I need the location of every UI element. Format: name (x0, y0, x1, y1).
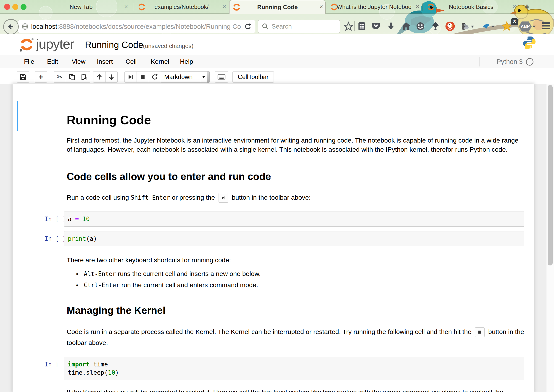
save-icon (20, 74, 27, 80)
cut-cell-button[interactable]: ✂ (54, 71, 66, 83)
tab-new-tab[interactable]: New Tab × (32, 0, 130, 14)
tab-separator (422, 3, 423, 11)
save-button[interactable] (17, 71, 29, 83)
blue-extension-button[interactable] (481, 21, 492, 32)
window-minimize-button[interactable] (12, 4, 18, 10)
move-cell-down-button[interactable] (105, 71, 118, 83)
paste-cell-button[interactable] (78, 71, 90, 83)
tab-running-code-active[interactable]: Running Code × (229, 0, 326, 14)
feedback-smiley-button[interactable] (415, 21, 426, 32)
globe-icon (21, 22, 29, 31)
inline-run-button-image (219, 193, 228, 203)
kernel-indicator: Python 3 (497, 57, 533, 66)
kernel-divider (479, 57, 480, 66)
code-cell-1[interactable]: In [ ]: a = 10 (13, 211, 534, 228)
celltoolbar-button[interactable]: CellToolbar (232, 71, 274, 83)
menu-edit[interactable]: Edit (47, 58, 58, 65)
menu-help[interactable]: Help (180, 58, 193, 65)
home-button[interactable] (401, 21, 411, 32)
browser-chrome: New Tab × examples/Notebook/ × Running C… (0, 0, 554, 34)
restart-kernel-button[interactable] (149, 71, 161, 83)
window-zoom-button[interactable] (21, 4, 27, 10)
bookmarks-menu-button[interactable] (356, 21, 367, 32)
scrollbar-track[interactable] (546, 84, 554, 392)
command-palette-button[interactable] (215, 71, 228, 83)
star-extension-button[interactable] (501, 21, 512, 32)
dropdown-caret-icon[interactable] (492, 26, 495, 28)
markdown-cell-selected[interactable]: Running Code (17, 101, 528, 131)
url-bar[interactable]: localhost:8888/notebooks/docs/source/exa… (18, 20, 255, 33)
celltoolbar-label: CellToolbar (238, 74, 269, 81)
tab-what-is-jupyter[interactable]: What is the Jupyter Notebook × (327, 0, 422, 14)
jupyter-menubar: File Edit View Insert Cell Kernel Help P… (0, 55, 554, 69)
window-close-button[interactable] (4, 4, 10, 10)
code-token-number: 10 (108, 369, 115, 376)
code-input-area[interactable]: print(a) (64, 231, 524, 246)
fly-extension-button[interactable] (459, 21, 470, 32)
reload-button[interactable] (241, 22, 255, 31)
move-cell-up-button[interactable] (93, 71, 105, 83)
dropdown-caret-icon[interactable] (533, 26, 536, 28)
tab-close-icon[interactable]: × (124, 3, 128, 10)
cell-type-select[interactable]: Markdown (161, 71, 210, 83)
downloads-button[interactable] (386, 21, 396, 32)
download-arrow-icon (386, 21, 395, 31)
code-cell-3[interactable]: In [ ]: import time time.sleep(10) (13, 357, 534, 381)
reload-icon (244, 23, 252, 30)
new-tab-button[interactable]: + (524, 2, 530, 11)
tab-strip: New Tab × examples/Notebook/ × Running C… (0, 0, 554, 14)
search-input[interactable] (271, 23, 329, 30)
menu-view[interactable]: View (72, 58, 85, 65)
pocket-button[interactable] (371, 21, 381, 32)
select-dropdown-icon (200, 71, 207, 83)
search-bar[interactable] (258, 20, 340, 33)
copy-cell-button[interactable] (66, 71, 78, 83)
tab-close-icon[interactable]: × (416, 3, 419, 10)
run-cell-button[interactable] (125, 71, 137, 83)
tab-close-icon[interactable]: × (319, 3, 323, 10)
tab-separator (133, 3, 133, 11)
list-item-text: run the current cell and enters command … (120, 281, 258, 288)
notebook-area: Running Code First and foremost, the Jup… (0, 84, 554, 392)
run-text-mid: or pressing the (170, 194, 217, 201)
code-input-area[interactable]: a = 10 (64, 211, 524, 227)
scrollbar-thumb[interactable] (548, 85, 553, 266)
menu-insert[interactable]: Insert (97, 58, 113, 65)
toolbar-separator (354, 21, 355, 31)
menu-cell[interactable]: Cell (126, 58, 137, 65)
tab-separator (520, 3, 520, 11)
bookmark-star-button[interactable] (343, 21, 354, 32)
bookmarks-list-icon (357, 21, 366, 31)
kite-icon (431, 21, 440, 31)
tab-notebook-basics[interactable]: Notebook Basics × (424, 0, 518, 14)
tab-examples-notebook[interactable]: examples/Notebook/ × (135, 0, 228, 14)
clipped-paragraph: If the Kernel dies you will be prompted … (67, 387, 524, 392)
jupyter-favicon (233, 3, 241, 11)
code-cell-2[interactable]: In [ ]: print(a) (13, 231, 534, 247)
add-cell-button[interactable]: + (35, 71, 47, 83)
tab-close-icon[interactable]: × (512, 3, 516, 10)
code-token-operator: = (75, 215, 79, 223)
back-button[interactable] (3, 19, 19, 34)
pocket-icon (371, 22, 381, 31)
jupyter-favicon (330, 3, 338, 11)
menu-button[interactable] (542, 22, 550, 31)
menu-icon (542, 22, 550, 24)
intro-paragraph: First and foremost, the Jupyter Notebook… (67, 136, 524, 154)
code-token: time.sleep( (68, 369, 108, 376)
menu-kernel[interactable]: Kernel (151, 58, 169, 65)
menu-file[interactable]: File (24, 58, 34, 65)
duckduckgo-button[interactable] (445, 21, 455, 32)
home-icon (402, 21, 411, 31)
jupyter-logo-text[interactable]: jupyter (36, 36, 74, 52)
section-heading-kernel: Managing the Kernel (67, 305, 166, 316)
notebook-title[interactable]: Running Code (85, 40, 143, 50)
code-input-area[interactable]: import time time.sleep(10) (64, 357, 524, 380)
code-token: time (90, 361, 108, 368)
tab-close-icon[interactable]: × (222, 3, 226, 10)
kbd-alt-enter: Alt-Enter (84, 271, 116, 277)
dropdown-caret-icon[interactable] (471, 26, 474, 28)
interrupt-kernel-button[interactable] (137, 71, 149, 83)
run-text-pre: Run a code cell using (67, 194, 131, 201)
send-tab-button[interactable] (430, 21, 441, 32)
